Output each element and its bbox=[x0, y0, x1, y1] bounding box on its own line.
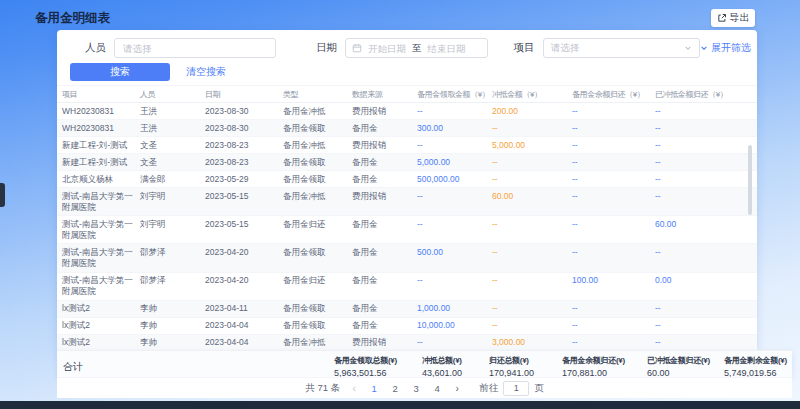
table-cell: 邵梦泽 bbox=[140, 244, 205, 271]
table-cell: -- bbox=[572, 244, 655, 271]
table-cell: -- bbox=[492, 273, 572, 300]
summary-item: 已冲抵金额归还(¥)60.00 bbox=[647, 355, 724, 378]
summary-item: 备用金余额归还(¥)170,881.00 bbox=[562, 355, 647, 378]
table-cell: 备用金 bbox=[352, 301, 417, 317]
table-row: 新建工程-刘-测试文圣2023-08-23备用金冲抵费用报销--5,000.00… bbox=[57, 137, 757, 154]
table-row: 北京顺义杨林满金郎2023-05-29备用金领取备用金500,000.00---… bbox=[57, 171, 757, 188]
summary-item-label: 备用金剩余金额(¥) bbox=[724, 355, 800, 366]
table-cell: 备用金 bbox=[352, 154, 417, 170]
table-cell: -- bbox=[417, 273, 492, 300]
goto-page-suffix: 页 bbox=[534, 382, 544, 395]
person-filter-label: 人员 bbox=[85, 41, 106, 55]
summary-item: 备用金领取总额(¥)5,963,501.56 bbox=[334, 355, 422, 378]
summary-item: 备用金剩余金额(¥)5,749,019.56 bbox=[724, 355, 800, 378]
column-header: 备用金领取金额（¥） bbox=[417, 89, 492, 100]
table-cell: 北京顺义杨林 bbox=[62, 171, 140, 187]
table-row: lx测试2李帅2023-04-11备用金领取备用金1,000.00------ bbox=[57, 301, 757, 318]
table-cell: 2023-05-15 bbox=[205, 188, 283, 215]
table-cell: -- bbox=[492, 216, 572, 243]
expand-filters-link[interactable]: 展开筛选 bbox=[700, 41, 751, 55]
expand-filters-label: 展开筛选 bbox=[711, 41, 751, 55]
sidebar-collapse-handle[interactable] bbox=[0, 183, 5, 207]
table-cell: 王洪 bbox=[140, 120, 205, 136]
table-cell: 备用金归还 bbox=[283, 273, 352, 300]
table-cell: 文圣 bbox=[140, 137, 205, 153]
table-cell: 李帅 bbox=[140, 318, 205, 334]
summary-total-label: 合计 bbox=[63, 360, 83, 374]
table-cell: 500.00 bbox=[417, 244, 492, 271]
table-cell: 2023-04-20 bbox=[205, 244, 283, 271]
table-cell: -- bbox=[572, 137, 655, 153]
table-cell: 备用金 bbox=[352, 120, 417, 136]
table-cell: WH20230831 bbox=[62, 120, 140, 136]
summary-item-label: 归还总额(¥) bbox=[489, 355, 562, 366]
table-cell: 新建工程-刘-测试 bbox=[62, 137, 140, 153]
calendar-icon bbox=[352, 43, 362, 53]
filter-section: 人员 日期 至 项目 请选择 展开 bbox=[57, 30, 757, 86]
page-button[interactable]: 1 bbox=[368, 383, 380, 394]
table-cell: 李帅 bbox=[140, 301, 205, 317]
export-button[interactable]: 导出 bbox=[711, 9, 755, 27]
table-cell: 备用金领取 bbox=[283, 318, 352, 334]
table-cell: 3,000.00 bbox=[492, 335, 572, 350]
table-cell: -- bbox=[655, 301, 757, 317]
summary-item-label: 冲抵总额(¥) bbox=[422, 355, 489, 366]
table-cell: 备用金 bbox=[352, 171, 417, 187]
table-cell: 100.00 bbox=[572, 273, 655, 300]
table-cell: 1,000.00 bbox=[417, 301, 492, 317]
table-cell: -- bbox=[417, 103, 492, 119]
table-cell: -- bbox=[655, 137, 757, 153]
table-row: 新建工程-刘-测试文圣2023-08-23备用金领取备用金5,000.00---… bbox=[57, 154, 757, 171]
table-cell: -- bbox=[572, 216, 655, 243]
page-button[interactable]: 3 bbox=[410, 383, 422, 394]
table-cell: 费用报销 bbox=[352, 335, 417, 350]
page-button[interactable]: 4 bbox=[431, 383, 443, 394]
summary-item-label: 备用金领取总额(¥) bbox=[334, 355, 422, 366]
table-cell: 备用金冲抵 bbox=[283, 335, 352, 350]
start-date-input[interactable] bbox=[362, 43, 412, 54]
table-cell: -- bbox=[572, 154, 655, 170]
table-cell: -- bbox=[572, 335, 655, 350]
table-cell: -- bbox=[655, 120, 757, 136]
column-header: 备用金余额归还（¥） bbox=[572, 89, 655, 100]
table-cell: -- bbox=[655, 103, 757, 119]
table-cell: -- bbox=[572, 171, 655, 187]
table-row: lx测试2李帅2023-04-04备用金领取备用金10,000.00------ bbox=[57, 318, 757, 335]
clear-search-link[interactable]: 清空搜索 bbox=[186, 65, 226, 79]
export-icon bbox=[717, 13, 727, 23]
table-cell: 300.00 bbox=[417, 120, 492, 136]
table-cell: 备用金 bbox=[352, 273, 417, 300]
page-button[interactable]: 2 bbox=[389, 383, 401, 394]
table-cell: -- bbox=[572, 301, 655, 317]
search-button[interactable]: 搜索 bbox=[70, 63, 170, 81]
table-cell: -- bbox=[655, 171, 757, 187]
person-select-input[interactable] bbox=[114, 38, 276, 58]
table-cell: -- bbox=[492, 154, 572, 170]
table-cell: 2023-08-23 bbox=[205, 137, 283, 153]
table-cell: 2023-05-15 bbox=[205, 216, 283, 243]
column-header: 项目 bbox=[62, 89, 140, 100]
date-range-picker[interactable]: 至 bbox=[345, 38, 488, 58]
table-cell: 备用金冲抵 bbox=[283, 137, 352, 153]
table-cell: -- bbox=[417, 335, 492, 350]
end-date-input[interactable] bbox=[422, 43, 472, 54]
prev-page-button[interactable]: ‹ bbox=[347, 383, 361, 394]
table-row: 测试-南昌大学第一附属医院邵梦泽2023-04-20备用金领取备用金500.00… bbox=[57, 244, 757, 272]
table-cell: -- bbox=[492, 244, 572, 271]
table-cell: 0.00 bbox=[655, 273, 757, 300]
next-page-button[interactable]: › bbox=[450, 383, 464, 394]
table-cell: 李帅 bbox=[140, 335, 205, 350]
table-cell: 备用金 bbox=[352, 244, 417, 271]
table-cell: 备用金归还 bbox=[283, 216, 352, 243]
chevron-down-icon bbox=[684, 44, 692, 52]
vertical-scrollbar[interactable] bbox=[748, 145, 752, 215]
page-title: 备用金明细表 bbox=[35, 10, 110, 27]
summary-item-label: 已冲抵金额归还(¥) bbox=[647, 355, 724, 366]
table-cell: 文圣 bbox=[140, 154, 205, 170]
table-cell: 新建工程-刘-测试 bbox=[62, 154, 140, 170]
project-filter-label: 项目 bbox=[514, 41, 535, 55]
table-row: WH20230831王洪2023-08-30备用金领取备用金300.00----… bbox=[57, 120, 757, 137]
goto-page-input[interactable] bbox=[503, 381, 529, 396]
table-cell: lx测试2 bbox=[62, 335, 140, 350]
project-select[interactable]: 请选择 bbox=[543, 38, 700, 58]
